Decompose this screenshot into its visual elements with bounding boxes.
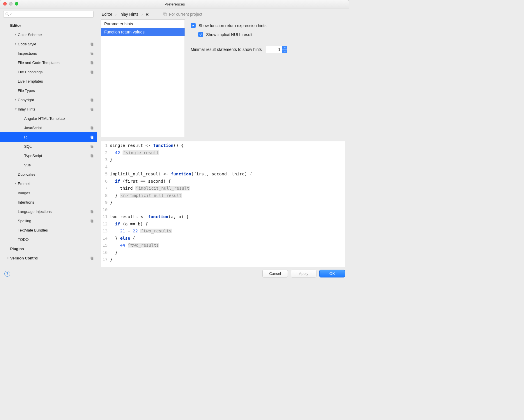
option-show-return-hints[interactable]: Show function return expression hints (191, 23, 345, 28)
minimize-icon[interactable] (9, 2, 13, 6)
titlebar: Preferences (0, 0, 349, 8)
svg-point-0 (6, 13, 8, 15)
apply-button[interactable]: Apply (291, 270, 316, 277)
tree-item[interactable]: Copyright (0, 95, 97, 104)
tree-item-label: Images (18, 191, 89, 195)
chevron-right-icon: › (115, 12, 117, 17)
tree-item-label: Inspections (18, 51, 89, 56)
options-panel: Show function return expression hints Sh… (191, 19, 345, 137)
svg-rect-2 (164, 13, 166, 15)
code-line: 21 + 22 ^two_results (110, 227, 252, 235)
code-line: } <n>^implicit_null_result (110, 192, 252, 199)
maximize-icon[interactable] (15, 2, 18, 6)
svg-rect-3 (164, 13, 167, 16)
chevron-right-icon (14, 43, 18, 45)
checkbox-checked-icon[interactable] (198, 32, 203, 37)
tree-item[interactable]: Emmet (0, 179, 97, 188)
code-line: single_result <- function() { (110, 142, 252, 149)
breadcrumb: Editor › Inlay Hints › R For current pro… (101, 11, 345, 19)
tree-item-label: JavaScript (24, 126, 89, 130)
tree-item[interactable]: Code Style (0, 39, 97, 49)
tree-item[interactable]: Vue (0, 160, 97, 170)
code-line: 44 ^two_results (110, 242, 252, 249)
checkbox-checked-icon[interactable] (191, 23, 196, 28)
tree-item[interactable]: Intentions (0, 197, 97, 207)
code-preview: 1234567891011121314151617 single_result … (101, 141, 345, 267)
option-label: Show implicit NULL result (206, 32, 252, 37)
option-show-implicit-null[interactable]: Show implicit NULL result (198, 32, 345, 37)
tree-item-label: R (24, 135, 89, 139)
tree-item[interactable]: Spelling (0, 216, 97, 225)
tree-item[interactable]: Color Scheme (0, 30, 97, 39)
search-input[interactable] (13, 12, 92, 17)
tree-item[interactable]: Editor (0, 21, 97, 30)
breadcrumb-editor[interactable]: Editor (102, 12, 112, 17)
code-line: } (110, 249, 252, 256)
tree-item[interactable]: File Types (0, 86, 97, 95)
tree-item[interactable]: Images (0, 188, 97, 197)
tree-item-label: Inlay Hints (18, 107, 89, 111)
tree-item[interactable]: JavaScript (0, 123, 97, 132)
tree-item[interactable]: Plugins (0, 244, 97, 253)
tree-item[interactable]: Language Injections (0, 207, 97, 216)
breadcrumb-current: R (146, 12, 148, 17)
settings-tree[interactable]: EditorColor SchemeCode StyleInspectionsF… (0, 19, 97, 267)
help-icon[interactable]: ? (4, 271, 10, 277)
option-min-statements: Minimal result statements to show hints … (191, 46, 345, 53)
copyable-icon (89, 135, 94, 139)
copyable-icon (89, 219, 94, 223)
tree-item[interactable]: Angular HTML Template (0, 114, 97, 123)
stepper-down-icon[interactable]: − (282, 49, 287, 53)
code-line: if (first == second) { (110, 178, 252, 185)
hint-category-item[interactable]: Parameter hints (101, 20, 185, 28)
code-line (110, 206, 252, 213)
dialog-footer: ? Cancel Apply OK (0, 267, 349, 280)
tree-item-label: TypeScript (24, 154, 89, 158)
min-stepper[interactable]: + − (266, 46, 287, 53)
tree-item-label: TODO (18, 237, 89, 242)
tree-item[interactable]: SQL (0, 142, 97, 151)
close-icon[interactable] (3, 2, 7, 6)
tree-item[interactable]: Duplicates (0, 170, 97, 179)
search-input-wrap[interactable] (3, 11, 94, 18)
chevron-down-icon (14, 108, 18, 110)
code-line (110, 163, 252, 171)
tree-item-label: Code Style (18, 42, 89, 46)
tree-item-label: File Types (18, 88, 89, 93)
chevron-right-icon (14, 182, 18, 185)
tree-item-label: Duplicates (18, 172, 89, 177)
copyable-icon (89, 154, 94, 158)
copyable-icon (89, 51, 94, 55)
tree-item-label: Version Control (10, 256, 89, 260)
tree-item-label: Spelling (18, 219, 89, 223)
stepper-up-icon[interactable]: + (282, 46, 287, 49)
tree-item-label: SQL (24, 144, 89, 149)
tree-item[interactable]: TextMate Bundles (0, 225, 97, 235)
tree-item[interactable]: Inspections (0, 49, 97, 58)
hint-category-list[interactable]: Parameter hintsFunction return values (101, 19, 185, 137)
tree-item[interactable]: File Encodings (0, 67, 97, 76)
code-line: third ^implicit_null_result (110, 185, 252, 192)
chevron-right-icon (14, 33, 18, 36)
hint-category-item[interactable]: Function return values (101, 28, 185, 36)
tree-item[interactable]: Inlay Hints (0, 104, 97, 114)
code-line: if (a == b) { (110, 220, 252, 228)
tree-item[interactable]: Version Control (0, 253, 97, 263)
tree-item-label: Vue (24, 163, 89, 167)
ok-button[interactable]: OK (319, 270, 345, 277)
tree-item[interactable]: TODO (0, 235, 97, 244)
tree-item[interactable]: TypeScript (0, 151, 97, 160)
min-input[interactable] (266, 46, 282, 53)
tree-item[interactable]: File and Code Templates (0, 58, 97, 67)
cancel-button[interactable]: Cancel (262, 270, 288, 277)
chevron-down-icon (10, 13, 12, 15)
copyable-icon (89, 145, 94, 148)
tree-item[interactable]: Live Templates (0, 76, 97, 86)
copyable-icon (89, 256, 94, 260)
tree-item-label: Language Injections (18, 209, 89, 214)
tree-item-label: Editor (10, 23, 89, 28)
chevron-right-icon (6, 257, 10, 259)
tree-item[interactable]: R (0, 132, 97, 142)
settings-main: Editor › Inlay Hints › R For current pro… (97, 8, 349, 267)
breadcrumb-inlay-hints[interactable]: Inlay Hints (119, 12, 138, 17)
